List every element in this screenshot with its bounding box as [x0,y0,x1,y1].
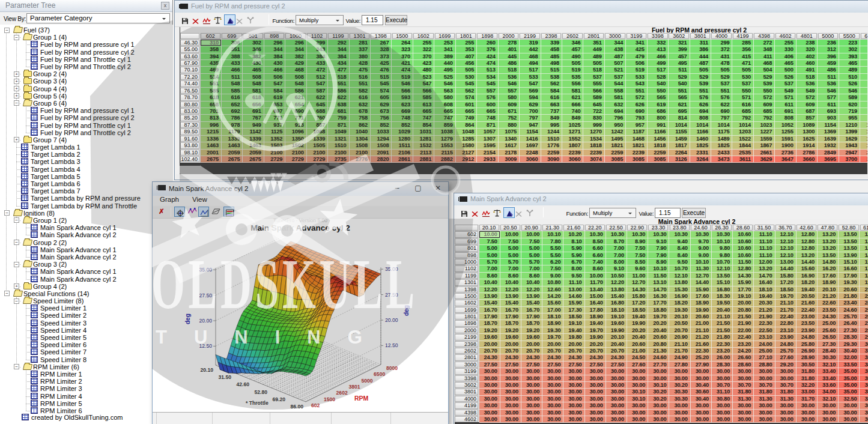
svg-text:3801: 3801 [349,384,360,390]
svg-text:20.00: 20.00 [385,317,398,323]
svg-text:8000: 8000 [386,365,398,371]
svg-text:42.60: 42.60 [236,381,249,387]
svg-text:31.50: 31.50 [218,374,231,380]
svg-text:602: 602 [311,402,320,408]
svg-text:86.00: 86.00 [290,404,303,410]
svg-text:27.50: 27.50 [385,292,398,298]
svg-text:6500: 6500 [374,371,385,377]
svg-text:RPM: RPM [354,395,369,402]
svg-text:deg: deg [184,313,191,324]
svg-text:12.50: 12.50 [385,342,398,348]
svg-text:35.00: 35.00 [199,267,212,273]
svg-text:69.20: 69.20 [272,396,285,402]
svg-text:* Throttle: * Throttle [246,400,269,406]
svg-text:deg: deg [403,305,410,316]
svg-text:1500: 1500 [324,396,335,402]
svg-text:20.00: 20.00 [199,318,212,324]
svg-text:12.50: 12.50 [199,343,212,349]
svg-text:5000: 5000 [361,378,372,384]
svg-text:20.10: 20.10 [200,367,213,373]
svg-text:35.00: 35.00 [385,266,398,272]
svg-text:27.50: 27.50 [199,292,212,298]
svg-text:2602: 2602 [336,390,348,396]
svg-text:52.80: 52.80 [254,389,267,395]
